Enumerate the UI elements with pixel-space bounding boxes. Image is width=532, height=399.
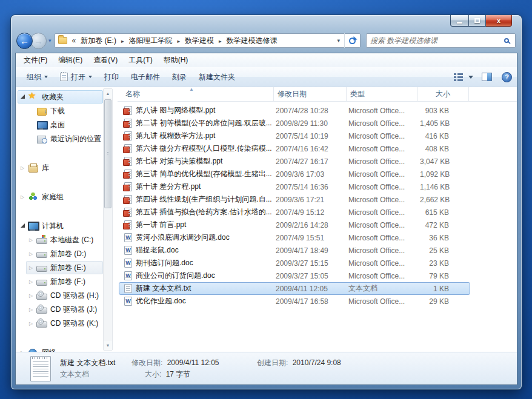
scroll-down-icon[interactable]: ▼ xyxy=(104,341,112,350)
collapse-arrow-icon[interactable]: ▷ xyxy=(21,194,28,200)
menu-item[interactable]: 查看(V) xyxy=(88,53,123,67)
collapse-arrow-icon[interactable]: ▷ xyxy=(21,350,28,352)
sidebar-item-label: CD 驱动器 (J:) xyxy=(50,305,97,315)
file-row[interactable]: 第八讲 图与网络模型.ppt2007/4/28 10:28Microsoft O… xyxy=(119,104,470,117)
collapse-arrow-icon[interactable]: ▷ xyxy=(29,321,36,326)
column-header[interactable]: 大小 xyxy=(418,87,469,101)
help-icon[interactable]: ? xyxy=(502,72,512,82)
collapse-arrow-icon[interactable]: ▷ xyxy=(29,279,36,285)
sidebar-item[interactable]: ▷本地磁盘 (C:) xyxy=(26,233,103,246)
file-size: 36 KB xyxy=(420,234,467,242)
file-row[interactable]: 第三讲 简单的优化模型(存储模型.生猪出...2009/3/6 17:03Mic… xyxy=(119,168,470,180)
column-header[interactable]: 类型 xyxy=(347,87,418,101)
collapse-arrow-icon[interactable]: ▷ xyxy=(29,265,36,271)
scrollbar-thumb[interactable] xyxy=(104,99,111,208)
scroll-up-icon[interactable]: ▲ xyxy=(104,89,112,98)
toolbar-button-label: 组织 xyxy=(27,72,41,82)
sidebar-item[interactable]: ▷新加卷 (F:) xyxy=(26,275,103,288)
refresh-button[interactable] xyxy=(344,33,360,48)
sidebar-item[interactable]: ▷新加卷 (D:) xyxy=(26,247,103,260)
file-row[interactable]: 猫捉老鼠.doc2009/4/17 18:49Microsoft Office.… xyxy=(119,244,470,257)
details-modified: 修改日期: 2009/4/11 12:05 xyxy=(131,358,257,368)
file-row[interactable]: 第七讲 对策与决策模型.ppt2007/4/27 16:17Microsoft … xyxy=(119,155,470,168)
sidebar-item-label: 家庭组 xyxy=(42,192,64,202)
search-input[interactable] xyxy=(367,35,504,47)
sidebar-item[interactable]: 收藏夹 xyxy=(18,90,103,104)
sidebar-item[interactable]: 计算机 xyxy=(18,219,103,232)
address-bar[interactable]: « 新加卷 (E:)▸洛阳理工学院▸数学建模▸数学建模选修课 ▾ xyxy=(55,33,361,48)
breadcrumb-item[interactable]: 数学建模 xyxy=(182,35,216,46)
file-type: Microsoft Office... xyxy=(348,208,420,217)
column-header[interactable]: 修改日期 xyxy=(274,87,347,101)
sidebar-scrollbar[interactable]: ▲ ▼ xyxy=(103,88,113,351)
breadcrumb-item[interactable]: 洛阳理工学院 xyxy=(126,35,175,46)
ppt-file-icon xyxy=(124,157,132,166)
file-row[interactable]: 新建 文本文档.txt2009/4/11 12:05文本文档1 KB xyxy=(119,282,470,295)
file-row[interactable]: 第六讲 微分方程模型(人口模型.传染病模...2007/4/16 16:42Mi… xyxy=(119,142,470,155)
back-arrow-icon: ← xyxy=(20,36,29,45)
file-row[interactable]: 第十讲 差分方程.ppt2007/5/14 16:36Microsoft Off… xyxy=(119,180,470,193)
toolbar-button[interactable]: 打开 xyxy=(54,69,98,85)
file-row[interactable]: 第四讲 线性规划(生产组织与计划问题.自...2009/3/6 17:21Mic… xyxy=(119,193,470,206)
file-name: 黄河小浪底调水调沙问题.doc xyxy=(136,232,230,243)
sidebar-item[interactable]: ▷库 xyxy=(18,161,103,174)
sidebar-item[interactable]: 桌面 xyxy=(26,118,103,131)
menu-item[interactable]: 工具(T) xyxy=(123,53,158,67)
toolbar-button[interactable]: 组织 xyxy=(21,69,54,85)
sidebar-item[interactable]: ▷网络 xyxy=(18,346,103,352)
collapse-arrow-icon[interactable]: ▷ xyxy=(29,307,36,312)
column-header[interactable]: 名称 xyxy=(118,87,274,101)
title-bar[interactable]: x xyxy=(11,15,522,31)
collapse-arrow-icon[interactable]: ▷ xyxy=(29,293,36,298)
expand-arrow-icon[interactable] xyxy=(21,223,25,228)
sidebar-item[interactable]: ▷CD 驱动器 (H:) xyxy=(26,289,103,302)
sidebar-item[interactable]: 下载 xyxy=(26,104,103,117)
close-button[interactable]: x xyxy=(486,15,512,27)
views-icon[interactable] xyxy=(454,73,464,81)
file-row[interactable]: 期刊选订问题.doc2009/3/27 15:15Microsoft Offic… xyxy=(119,257,470,269)
collapse-arrow-icon[interactable]: ▷ xyxy=(29,237,36,243)
file-row[interactable]: 黄河小浪底调水调沙问题.doc2007/4/9 15:51Microsoft O… xyxy=(119,231,470,244)
back-button[interactable]: ← xyxy=(16,33,33,49)
file-name: 第九讲 模糊数学方法.ppt xyxy=(136,131,215,141)
collapse-arrow-icon[interactable]: ▷ xyxy=(21,165,28,171)
menu-item[interactable]: 文件(F) xyxy=(18,53,53,67)
sidebar-item[interactable]: ▷CD 驱动器 (J:) xyxy=(26,303,103,316)
file-name-cell: 黄河小浪底调水调沙问题.doc xyxy=(119,232,276,243)
file-row[interactable]: 第二讲 初等模型(公平的席位问题.双层玻...2009/8/29 11:30Mi… xyxy=(119,117,470,130)
menu-item[interactable]: 帮助(H) xyxy=(158,53,194,67)
toolbar-button[interactable]: 打印 xyxy=(98,69,125,85)
file-row[interactable]: 第九讲 模糊数学方法.ppt2007/5/14 10:19Microsoft O… xyxy=(119,130,470,142)
file-row[interactable]: 优化作业题.doc2009/4/17 16:58Microsoft Office… xyxy=(119,295,470,308)
history-dropdown-icon[interactable]: ▾ xyxy=(48,38,52,44)
breadcrumb-item[interactable]: 新加卷 (E:) xyxy=(78,35,119,46)
address-dropdown-icon[interactable]: ▾ xyxy=(333,38,344,44)
sidebar-item-label: 库 xyxy=(42,163,49,173)
file-row[interactable]: 第五讲 插值与拟合(给药方案.估计水塔的...2007/4/9 15:12Mic… xyxy=(119,206,470,219)
toolbar-button[interactable]: 新建文件夹 xyxy=(193,69,241,85)
sidebar-item[interactable]: 最近访问的位置 xyxy=(26,132,103,145)
views-dropdown-caret-icon[interactable] xyxy=(468,76,473,79)
menu-item[interactable]: 编辑(E) xyxy=(53,53,88,67)
file-row[interactable]: 第一讲 前言.ppt2009/2/16 14:28Microsoft Offic… xyxy=(119,219,470,231)
minimize-button[interactable] xyxy=(450,15,468,27)
maximize-button[interactable] xyxy=(468,15,486,27)
star-icon xyxy=(28,92,39,102)
file-name-cell: 第十讲 差分方程.ppt xyxy=(119,182,276,192)
drive-icon xyxy=(36,277,47,286)
breadcrumb-item[interactable]: 数学建模选修课 xyxy=(224,35,279,46)
collapse-arrow-icon[interactable]: ▷ xyxy=(29,251,36,257)
file-row[interactable]: 商业公司的订货问题.doc2009/3/27 15:05Microsoft Of… xyxy=(119,269,470,282)
toolbar-button[interactable]: 电子邮件 xyxy=(125,69,166,85)
preview-pane-icon[interactable] xyxy=(482,73,492,81)
sidebar-item[interactable]: ▷CD 驱动器 (K:) xyxy=(26,317,103,330)
toolbar-button[interactable]: 刻录 xyxy=(166,69,193,85)
sidebar-item[interactable]: ▷新加卷 (E:) xyxy=(26,261,103,274)
forward-arrow-icon: → xyxy=(34,36,43,45)
ppt-file-icon xyxy=(124,119,132,128)
sidebar-item[interactable]: ▷家庭组 xyxy=(18,190,103,203)
breadcrumb-overflow-chevron[interactable]: « xyxy=(72,36,76,45)
expand-arrow-icon[interactable] xyxy=(21,94,25,99)
forward-button[interactable]: → xyxy=(30,33,47,49)
cd-drive-icon xyxy=(36,291,47,300)
